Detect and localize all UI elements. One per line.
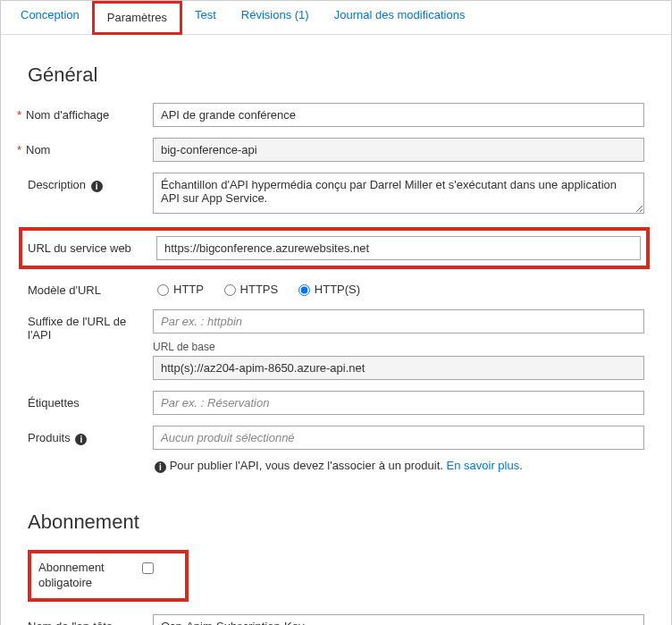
tab-parametres[interactable]: Paramètres xyxy=(92,1,182,35)
info-icon[interactable]: i xyxy=(91,181,103,192)
label-tags: Étiquettes xyxy=(28,396,80,410)
tab-conception[interactable]: Conception xyxy=(8,1,92,34)
label-header-name: Nom de l'en-tête xyxy=(28,620,113,625)
learn-more-link[interactable]: En savoir plus xyxy=(447,459,520,472)
label-name: Nom xyxy=(26,143,50,156)
tab-journal[interactable]: Journal des modifications xyxy=(322,1,478,34)
tab-test[interactable]: Test xyxy=(182,1,229,34)
name-input xyxy=(153,138,644,162)
info-icon: i xyxy=(155,461,166,473)
label-description: Description xyxy=(28,178,86,191)
label-url-scheme: Modèle d'URL xyxy=(28,283,101,297)
section-heading-subscription: Abonnement xyxy=(28,511,644,534)
web-service-url-input[interactable] xyxy=(156,236,641,260)
label-base-url: URL de base xyxy=(153,341,644,353)
web-service-url-highlight: URL du service web xyxy=(19,227,650,269)
tags-input[interactable] xyxy=(153,391,644,415)
settings-panel: Conception Paramètres Test Révisions (1)… xyxy=(0,0,672,625)
radio-https[interactable]: HTTPS xyxy=(220,282,279,296)
label-web-service-url: URL du service web xyxy=(28,241,131,255)
radio-http[interactable]: HTTP xyxy=(153,282,204,296)
label-subscription-required: Abonnement obligatoire xyxy=(38,561,137,591)
label-products: Produits xyxy=(28,431,71,444)
info-icon[interactable]: i xyxy=(75,434,87,445)
products-input[interactable] xyxy=(153,426,644,450)
tab-revisions[interactable]: Révisions (1) xyxy=(229,1,322,34)
description-textarea[interactable]: Échantillon d'API hypermédia conçu par D… xyxy=(153,173,644,214)
section-heading-general: Général xyxy=(28,63,644,87)
header-name-input[interactable] xyxy=(153,614,644,625)
subscription-required-checkbox[interactable] xyxy=(142,562,154,574)
base-url-input xyxy=(153,356,644,380)
radio-http-both[interactable]: HTTP(S) xyxy=(294,282,360,296)
api-suffix-input[interactable] xyxy=(153,309,644,334)
label-api-suffix: Suffixe de l'URL de l'API xyxy=(28,315,126,342)
label-display-name: Nom d'affichage xyxy=(26,108,109,122)
subscription-required-highlight: Abonnement obligatoire xyxy=(28,550,189,602)
products-note-text: Pour publier l'API, vous devez l'associe… xyxy=(170,459,447,472)
display-name-input[interactable] xyxy=(153,103,644,127)
tabs-bar: Conception Paramètres Test Révisions (1)… xyxy=(1,1,671,35)
